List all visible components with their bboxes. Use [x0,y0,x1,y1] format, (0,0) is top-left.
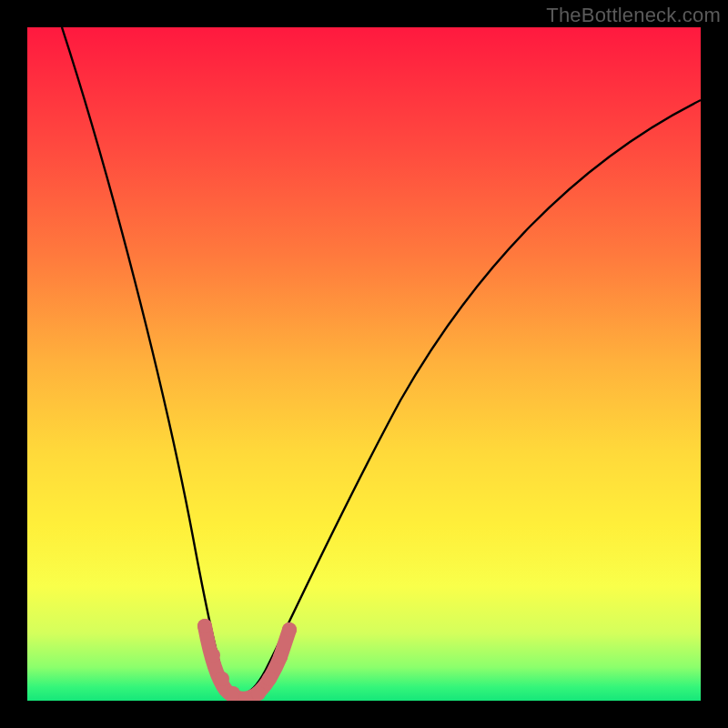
svg-point-6 [262,672,277,686]
curve-layer [27,27,701,701]
svg-point-2 [215,672,229,686]
svg-point-7 [273,650,288,664]
svg-point-0 [197,619,212,633]
chart-frame: TheBottleneck.com [0,0,728,728]
watermark-text: TheBottleneck.com [546,4,721,27]
svg-point-3 [226,686,240,701]
svg-point-8 [282,622,297,637]
svg-point-5 [251,686,266,701]
plot-area [27,27,701,701]
bottleneck-curve [62,27,701,694]
svg-point-1 [206,648,220,662]
